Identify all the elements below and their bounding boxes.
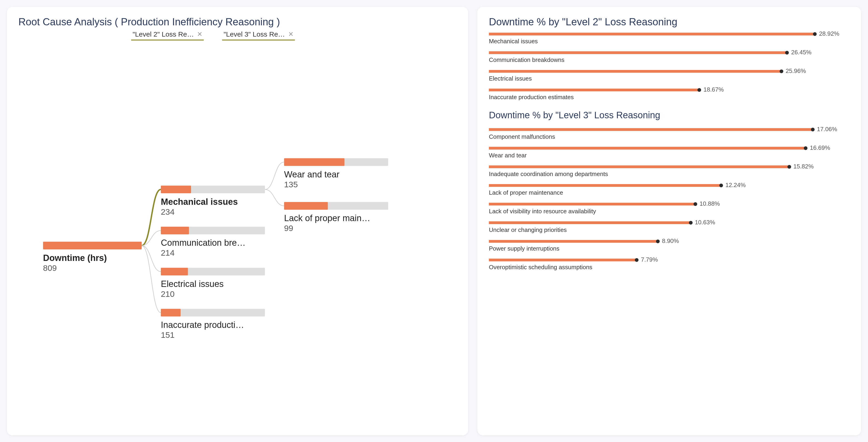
svg-text:Wear and tear: Wear and tear [284,169,340,179]
bar-label: Component malfunctions [489,133,849,140]
bar-label: Electrical issues [489,75,849,82]
svg-text:Downtime (hrs): Downtime (hrs) [43,253,107,263]
root-cause-card: Root Cause Analysis ( Production Ineffic… [7,7,468,435]
bar-fill [489,147,806,150]
bar-percent: 16.69% [810,144,830,151]
bar-label: Inadequate coordination among department… [489,170,849,178]
bar-dot [785,51,789,55]
bar-percent: 8.90% [662,238,679,245]
decomposition-tree[interactable]: Downtime (hrs)809Mechanical issues234Com… [19,40,457,424]
bar-track: 25.96% [489,70,849,73]
bar-track: 28.92% [489,33,849,35]
bar-track: 18.67% [489,89,849,91]
level2-bar-chart[interactable]: 28.92%Mechanical issues26.45%Communicati… [489,29,849,101]
bar-label: Power supply interruptions [489,245,849,252]
breadcrumb: "Level 2" Loss Re… ✕ "Level 3" Loss Re… … [131,30,457,40]
bar-label: Mechanical issues [489,38,849,45]
svg-text:151: 151 [161,330,175,340]
bar-fill [489,184,721,187]
crumb-level2[interactable]: "Level 2" Loss Re… ✕ [131,30,204,40]
bar-fill [489,259,637,261]
svg-rect-25 [284,202,328,210]
bar-row[interactable]: 7.79%Overoptimistic scheduling assumptio… [489,255,849,271]
bar-percent: 28.92% [819,30,839,37]
bar-dot [689,221,692,225]
bar-row[interactable]: 28.92%Mechanical issues [489,29,849,45]
bar-dot [780,69,783,73]
bar-row[interactable]: 16.69%Wear and tear [489,144,849,159]
bar-dot [656,240,660,243]
root-cause-title: Root Cause Analysis ( Production Ineffic… [19,16,457,28]
svg-text:809: 809 [43,263,57,273]
svg-rect-17 [161,309,181,316]
bar-track: 26.45% [489,51,849,54]
close-icon[interactable]: ✕ [197,31,202,37]
svg-rect-21 [284,158,344,166]
bar-track: 7.79% [489,259,849,261]
bar-label: Overoptimistic scheduling assumptions [489,264,849,271]
bar-label: Wear and tear [489,152,849,159]
bar-percent: 10.88% [700,200,720,207]
bar-row[interactable]: 26.45%Communication breakdowns [489,48,849,64]
crumb-label: "Level 2" Loss Re… [132,30,194,38]
bar-dot [635,258,639,262]
bar-label: Lack of visibility into resource availab… [489,208,849,215]
bar-dot [813,32,817,36]
bar-fill [489,51,787,54]
bar-dot [719,184,723,187]
bar-label: Lack of proper maintenance [489,189,849,196]
bar-row[interactable]: 8.90%Power supply interruptions [489,237,849,252]
bar-label: Communication breakdowns [489,56,849,64]
bar-row[interactable]: 15.82%Inadequate coordination among depa… [489,162,849,178]
crumb-level3[interactable]: "Level 3" Loss Re… ✕ [222,30,294,40]
bar-dot [698,88,701,92]
bar-percent: 17.06% [817,126,837,133]
downtime-breakdown-card: Downtime % by "Level 2" Loss Reasoning 2… [477,7,861,435]
bar-row[interactable]: 17.06%Component malfunctions [489,125,849,140]
bar-percent: 18.67% [704,86,724,93]
svg-text:210: 210 [161,289,175,299]
bar-track: 16.69% [489,147,849,150]
bar-track: 17.06% [489,128,849,131]
bar-fill [489,240,658,243]
bar-track: 12.24% [489,184,849,187]
bar-track: 8.90% [489,240,849,243]
svg-rect-9 [161,227,189,234]
bar-label: Unclear or changing priorities [489,226,849,233]
level3-bar-chart[interactable]: 17.06%Component malfunctions16.69%Wear a… [489,125,849,271]
bar-fill [489,89,699,91]
crumb-label: "Level 3" Loss Re… [223,30,285,38]
close-icon[interactable]: ✕ [288,31,293,37]
level3-chart-title: Downtime % by "Level 3" Loss Reasoning [489,110,849,120]
svg-rect-1 [43,242,142,249]
svg-text:Electrical issues: Electrical issues [161,279,224,289]
bar-row[interactable]: 18.67%Inaccurate production estimates [489,85,849,101]
bar-fill [489,165,789,168]
bar-row[interactable]: 10.88%Lack of visibility into resource a… [489,199,849,215]
bar-row[interactable]: 12.24%Lack of proper maintenance [489,181,849,196]
bar-dot [811,128,815,131]
bar-fill [489,128,813,131]
bar-percent: 26.45% [791,49,811,56]
bar-track: 15.82% [489,165,849,168]
bar-label: Inaccurate production estimates [489,94,849,101]
svg-text:Lack of proper main…: Lack of proper main… [284,213,370,223]
svg-text:Mechanical issues: Mechanical issues [161,197,238,207]
bar-dot [787,165,791,169]
level2-chart-title: Downtime % by "Level 2" Loss Reasoning [489,16,849,28]
bar-percent: 15.82% [794,163,814,170]
bar-fill [489,221,691,224]
svg-text:135: 135 [284,180,298,189]
bar-fill [489,70,781,73]
svg-text:Communication bre…: Communication bre… [161,238,246,248]
svg-rect-13 [161,268,188,276]
svg-text:99: 99 [284,224,293,233]
bar-row[interactable]: 25.96%Electrical issues [489,67,849,82]
page: Root Cause Analysis ( Production Ineffic… [0,0,868,442]
bar-dot [804,146,807,150]
svg-text:234: 234 [161,207,175,217]
svg-text:Inaccurate producti…: Inaccurate producti… [161,320,244,330]
bar-fill [489,33,815,35]
bar-row[interactable]: 10.63%Unclear or changing priorities [489,218,849,233]
bar-percent: 10.63% [695,219,715,226]
